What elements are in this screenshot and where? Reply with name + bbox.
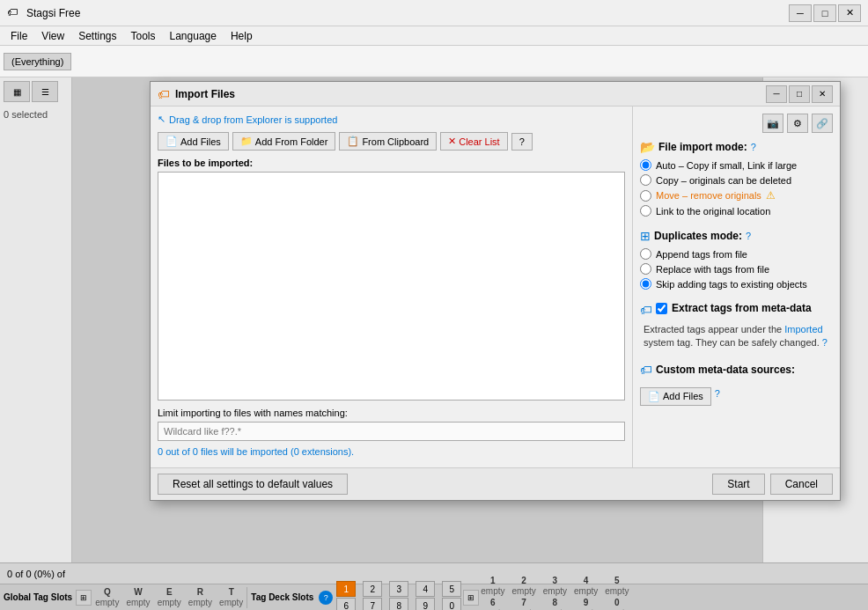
menu-help[interactable]: Help — [224, 28, 260, 44]
deck-label-6: 6 empty — [481, 598, 504, 610]
dialog-close-button[interactable]: ✕ — [812, 85, 833, 103]
dialog-maximize-button[interactable]: □ — [789, 85, 810, 103]
tag-deck-help[interactable]: ? — [319, 591, 333, 605]
reset-button[interactable]: Reset all settings to default values — [158, 474, 348, 495]
dialog-icon: 🏷 — [158, 87, 170, 101]
deck-slot-3[interactable]: 3 — [389, 581, 408, 597]
deck-expand-button[interactable]: ⊞ — [463, 590, 479, 606]
deck-slot-5[interactable]: 5 — [442, 581, 461, 597]
deck-slot-2[interactable]: 2 — [363, 581, 382, 597]
deck-slot-1[interactable]: 1 — [336, 581, 356, 597]
close-button[interactable]: ✕ — [838, 4, 861, 22]
custom-meta-add-files-button[interactable]: 📄 Add Files — [640, 387, 711, 406]
cancel-button[interactable]: Cancel — [770, 474, 833, 495]
add-files-icon: 📄 — [166, 136, 178, 147]
add-files-button[interactable]: 📄 Add Files — [158, 132, 229, 151]
duplicates-mode-help[interactable]: ? — [746, 231, 751, 241]
dup-mode-skip-label: Skip adding tags to existing objects — [656, 279, 807, 290]
deck-label-3: 3 empty — [543, 576, 567, 597]
filter-label: Limit importing to files with names matc… — [158, 408, 625, 418]
import-mode-copy[interactable]: Copy – originals can be deleted — [640, 174, 833, 186]
custom-meta-help[interactable]: ? — [715, 388, 720, 399]
deck-label-row2: 6 empty 7 empty 8 empty 9 empty 0 empty — [481, 598, 629, 610]
dup-mode-append-label: Append tags from file — [656, 249, 747, 260]
slot-t-key: T — [229, 587, 234, 598]
dialog-controls: ─ □ ✕ — [766, 85, 833, 103]
deck-slot-7[interactable]: 7 — [363, 598, 382, 610]
drag-drop-notice: ↖ Drag & drop from Explorer is supported — [158, 114, 625, 125]
start-button[interactable]: Start — [712, 474, 764, 495]
add-from-folder-button[interactable]: 📁 Add From Folder — [232, 132, 336, 151]
import-status: 0 out of 0 files will be imported (0 ext… — [158, 446, 625, 457]
list-view-button[interactable]: ☰ — [32, 81, 58, 102]
duplicates-mode-section: ⊞ Duplicates mode: ? Append tags from fi… — [640, 229, 833, 290]
clear-list-label: Clear List — [459, 136, 499, 147]
deck-slot-0[interactable]: 0 — [442, 598, 461, 610]
menu-bar: File View Settings Tools Language Help — [0, 26, 868, 46]
import-mode-move[interactable]: Move – remove originals ⚠ — [640, 189, 833, 202]
menu-settings[interactable]: Settings — [71, 28, 123, 44]
dup-mode-replace-radio[interactable] — [640, 263, 651, 275]
right-toolbar-btn3[interactable]: 🔗 — [812, 114, 833, 133]
dialog-minimize-button[interactable]: ─ — [766, 85, 787, 103]
menu-file[interactable]: File — [4, 28, 34, 44]
deck-slot-9[interactable]: 9 — [416, 598, 435, 610]
deck-slot-8[interactable]: 8 — [389, 598, 408, 610]
status-text: 0 of 0 (0%) of — [7, 569, 65, 579]
import-mode-link[interactable]: Link to the original location — [640, 205, 833, 217]
menu-language[interactable]: Language — [163, 28, 224, 44]
filter-input[interactable] — [158, 422, 625, 441]
selected-count: 0 selected — [0, 106, 71, 123]
from-clipboard-button[interactable]: 📋 From Clipboard — [339, 132, 437, 151]
right-toolbar-btn2[interactable]: ⚙ — [787, 114, 808, 133]
custom-meta-add-icon: 📄 — [648, 391, 660, 402]
maximize-button[interactable]: □ — [813, 4, 836, 22]
files-list-area[interactable] — [158, 172, 625, 401]
deck-slot-4[interactable]: 4 — [416, 581, 435, 597]
grid-view-button[interactable]: ▦ — [4, 81, 30, 102]
menu-view[interactable]: View — [34, 28, 71, 44]
dialog-help-button[interactable]: ? — [511, 133, 533, 151]
file-import-mode-help[interactable]: ? — [751, 142, 756, 152]
warning-icon: ⚠ — [766, 189, 776, 202]
deck-slot-6[interactable]: 6 — [336, 598, 356, 610]
global-slot-q: Q empty — [95, 587, 119, 608]
deck-label-8: 8 empty — [543, 598, 567, 610]
dup-mode-append-radio[interactable] — [640, 248, 651, 260]
duplicates-mode-title: Duplicates mode: — [654, 230, 742, 242]
extract-tags-help[interactable]: ? — [822, 337, 828, 348]
import-mode-link-radio[interactable] — [640, 205, 651, 217]
slot-e-value: empty — [158, 598, 181, 608]
deck-label-1: 1 empty — [481, 576, 504, 597]
add-from-folder-label: Add From Folder — [255, 136, 328, 147]
minimize-button[interactable]: ─ — [789, 4, 812, 22]
window-controls: ─ □ ✕ — [789, 4, 861, 22]
dup-mode-replace-label: Replace with tags from file — [656, 264, 769, 275]
import-mode-copy-radio[interactable] — [640, 174, 651, 186]
dup-mode-append[interactable]: Append tags from file — [640, 248, 833, 260]
menu-tools[interactable]: Tools — [124, 28, 163, 44]
deck-label-2: 2 empty — [512, 576, 536, 597]
add-files-label: Add Files — [180, 136, 221, 147]
dialog-body: ↖ Drag & drop from Explorer is supported… — [151, 107, 840, 467]
dup-mode-skip-radio[interactable] — [640, 278, 651, 290]
duplicates-mode-options: Append tags from file Replace with tags … — [640, 248, 833, 290]
dup-mode-replace[interactable]: Replace with tags from file — [640, 263, 833, 275]
right-toolbar-btn1[interactable]: 📷 — [762, 114, 783, 133]
extract-tags-label[interactable]: Extract tags from meta-data — [656, 302, 812, 314]
tag-deck-row1: 1 2 3 4 5 — [336, 581, 461, 597]
slot-w-value: empty — [126, 598, 150, 608]
extract-tags-checkbox[interactable] — [656, 303, 667, 314]
drag-drop-text: Drag & drop from Explorer is supported — [169, 114, 337, 125]
dup-mode-skip[interactable]: Skip adding tags to existing objects — [640, 278, 833, 290]
imported-link[interactable]: Imported — [784, 324, 822, 334]
import-files-dialog: 🏷 Import Files ─ □ ✕ ↖ Drag & drop from … — [150, 81, 841, 501]
import-mode-auto[interactable]: Auto – Copy if small, Link if large — [640, 159, 833, 171]
import-mode-auto-radio[interactable] — [640, 159, 651, 171]
everything-filter[interactable]: (Everything) — [4, 53, 71, 70]
file-import-mode-options: Auto – Copy if small, Link if large Copy… — [640, 159, 833, 217]
global-tag-grid-icon[interactable]: ⊞ — [76, 590, 92, 606]
duplicates-mode-header: ⊞ Duplicates mode: ? — [640, 229, 833, 243]
import-mode-move-radio[interactable] — [640, 190, 651, 202]
clear-list-button[interactable]: ✕ Clear List — [440, 132, 507, 151]
